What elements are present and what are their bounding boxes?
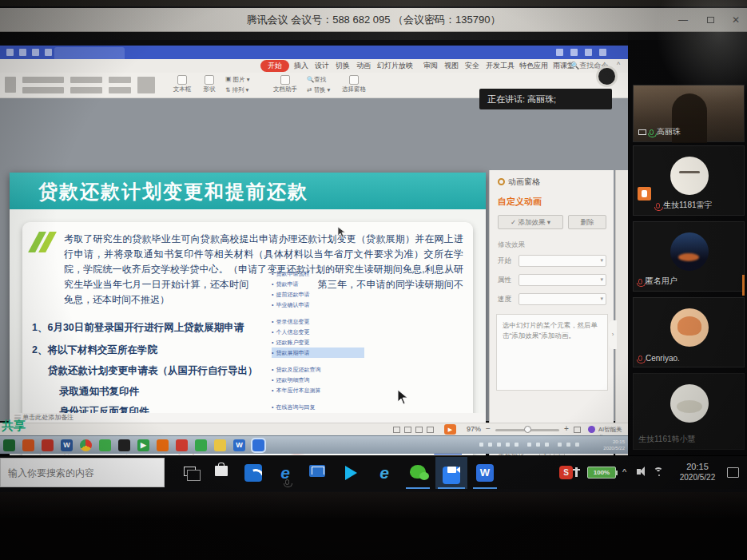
tray-icon[interactable] xyxy=(488,443,492,447)
font-style-row[interactable] xyxy=(22,87,64,93)
paste-icon[interactable] xyxy=(5,77,16,93)
collapse-ribbon-icon[interactable]: ^ xyxy=(617,61,620,69)
arrange-button[interactable]: ⇅ 排列 ▾ xyxy=(225,87,248,93)
property-field-select[interactable] xyxy=(519,274,606,286)
replace-button[interactable]: ⇄ 替换 ▾ xyxy=(307,87,330,93)
store-button[interactable] xyxy=(209,461,233,485)
folder-app-icon[interactable] xyxy=(214,439,226,451)
edge-button[interactable]: e xyxy=(273,461,297,485)
minimize-wps-icon[interactable] xyxy=(570,49,578,56)
chrome-icon[interactable] xyxy=(80,439,92,451)
tab-review[interactable]: 审阅 xyxy=(423,60,438,72)
outline-view-icon[interactable] xyxy=(427,427,434,433)
maximize-button[interactable] xyxy=(703,14,717,26)
dark-app-icon[interactable] xyxy=(118,439,130,451)
tab-devtools[interactable]: 开发工具 xyxy=(486,60,515,72)
participant-tile[interactable]: 匿名用户 xyxy=(633,221,745,292)
bullets-row[interactable] xyxy=(109,77,131,83)
wifi-icon[interactable] xyxy=(654,467,665,477)
selection-pane-button[interactable]: 选择窗格 xyxy=(339,73,369,93)
participant-tile[interactable]: Cenriyao. xyxy=(633,297,745,367)
wps-button[interactable]: W xyxy=(473,461,497,485)
participant-tile[interactable]: 生技1161韩小慧 xyxy=(633,373,745,450)
wechat-button[interactable] xyxy=(406,461,430,485)
picture-button[interactable]: ▣ 图片 ▾ xyxy=(225,77,249,83)
tencent-meeting-button[interactable] xyxy=(439,461,463,485)
battery-indicator[interactable]: 100% xyxy=(587,467,616,479)
align-row[interactable] xyxy=(70,87,102,93)
font-size-box[interactable] xyxy=(70,77,102,83)
slideshow-play-icon[interactable]: ▶ xyxy=(444,424,456,435)
reading-view-icon[interactable] xyxy=(415,427,423,433)
tray-icon[interactable] xyxy=(566,443,570,447)
ie-button[interactable]: e xyxy=(372,461,396,485)
tray-expand-chevron[interactable]: ^ xyxy=(622,467,626,477)
tray-icon[interactable] xyxy=(506,443,510,447)
tencent-video-button[interactable] xyxy=(339,461,363,485)
save-icon[interactable] xyxy=(6,49,14,56)
speaker-icon[interactable] xyxy=(637,469,641,475)
normal-view-icon[interactable] xyxy=(393,427,400,433)
speed-field-select[interactable] xyxy=(519,293,606,305)
start-field-select[interactable] xyxy=(519,255,606,267)
task-view-button[interactable] xyxy=(177,461,201,485)
green-app-icon[interactable] xyxy=(99,439,111,451)
redo-icon[interactable] xyxy=(32,49,39,56)
user-icon[interactable] xyxy=(556,49,563,56)
pdf-app-icon[interactable] xyxy=(42,439,54,451)
mail-button[interactable] xyxy=(305,461,329,485)
tab-insert[interactable]: 插入 xyxy=(294,60,308,72)
wps-remote-icon[interactable]: W xyxy=(233,439,245,451)
tab-view[interactable]: 视图 xyxy=(444,60,459,72)
tray-icon[interactable] xyxy=(575,443,579,447)
windows-search-box[interactable] xyxy=(0,458,165,487)
sorter-view-icon[interactable] xyxy=(404,427,411,433)
shape-button[interactable]: 形状 xyxy=(198,73,221,93)
blue-app-button[interactable] xyxy=(241,461,265,485)
orange-app-icon[interactable] xyxy=(157,439,169,451)
delete-effect-button[interactable]: 删除 xyxy=(568,215,606,229)
word-icon[interactable]: W xyxy=(61,439,73,451)
find-button[interactable]: 🔍查找 xyxy=(307,77,326,83)
tray-icon[interactable] xyxy=(545,443,549,447)
pane-collapse-handle[interactable]: › xyxy=(609,320,617,349)
tray-icon[interactable] xyxy=(558,443,562,447)
tray-icon[interactable] xyxy=(515,443,519,447)
indent-row[interactable] xyxy=(109,87,131,93)
restore-wps-icon[interactable] xyxy=(585,49,592,56)
start-icon[interactable] xyxy=(3,439,15,451)
zoom-slider-knob[interactable] xyxy=(524,426,531,433)
print-icon[interactable] xyxy=(45,49,52,56)
add-effect-button[interactable]: ✓ 添加效果 ▾ xyxy=(498,215,563,229)
meeting-remote-icon[interactable] xyxy=(252,439,264,451)
tab-animation[interactable]: 动画 xyxy=(356,60,371,72)
tab-design[interactable]: 设计 xyxy=(315,60,329,72)
undo-icon[interactable] xyxy=(19,49,26,56)
tray-icon[interactable] xyxy=(497,443,501,447)
participant-tile[interactable]: 生技1181雷宇 xyxy=(633,145,745,216)
tab-home[interactable]: 开始 xyxy=(260,60,289,72)
tray-icon[interactable] xyxy=(527,443,531,447)
fit-slide-icon[interactable] xyxy=(574,427,581,433)
tab-security[interactable]: 安全 xyxy=(465,60,479,72)
font-name-box[interactable] xyxy=(22,77,64,83)
close-button[interactable]: ✕ xyxy=(729,14,743,26)
participant-tile-video[interactable]: 高丽珠 xyxy=(633,85,745,142)
zoom-in-button[interactable]: + xyxy=(564,424,569,433)
tab-transition[interactable]: 切换 xyxy=(336,60,350,72)
textbox-button[interactable]: 文本框 xyxy=(169,73,195,93)
tab-features[interactable]: 特色应用 xyxy=(519,60,548,72)
map-app-icon[interactable] xyxy=(195,439,207,451)
red-app-icon[interactable] xyxy=(176,439,188,451)
minimize-button[interactable]: — xyxy=(676,14,690,26)
participant-scrollbar[interactable] xyxy=(742,275,745,296)
sogou-tray-icon[interactable]: S xyxy=(559,466,573,479)
player-app-icon[interactable]: ▶ xyxy=(137,439,149,451)
document-tab[interactable] xyxy=(54,47,125,59)
action-center-icon[interactable] xyxy=(727,467,739,478)
taskbar-clock[interactable]: 20:15 2020/5/22 xyxy=(675,461,720,483)
zoom-out-button[interactable]: − xyxy=(486,424,491,433)
doc-assistant-button[interactable]: 文档助手 xyxy=(270,73,300,93)
ai-beautify-icon[interactable] xyxy=(588,426,595,433)
outlook-icon[interactable] xyxy=(22,439,34,451)
